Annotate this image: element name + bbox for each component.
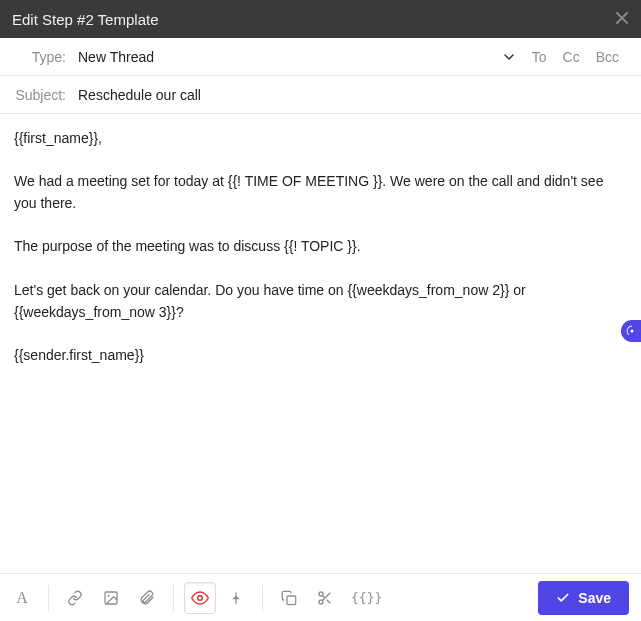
subject-row: Subject: Reschedule our call	[0, 76, 641, 114]
eye-icon	[191, 589, 209, 607]
toolbar-separator	[262, 585, 263, 611]
type-label: Type:	[14, 49, 78, 65]
bcc-button[interactable]: Bcc	[588, 49, 627, 65]
help-badge[interactable]	[621, 320, 641, 342]
svg-point-1	[108, 594, 110, 596]
editor-toolbar: A {{}} Save	[0, 573, 641, 621]
help-icon	[626, 325, 638, 337]
copy-button[interactable]	[273, 582, 305, 614]
paperclip-icon	[139, 590, 155, 606]
svg-point-2	[198, 595, 203, 600]
toolbar-separator	[173, 585, 174, 611]
dialog-title: Edit Step #2 Template	[12, 11, 158, 28]
type-row: Type: New Thread To Cc Bcc	[0, 38, 641, 76]
to-button[interactable]: To	[524, 49, 555, 65]
toolbar-separator	[48, 585, 49, 611]
preview-button[interactable]	[184, 582, 216, 614]
font-style-button[interactable]: A	[6, 582, 38, 614]
svg-point-6	[631, 330, 634, 333]
image-icon	[103, 590, 119, 606]
svg-point-5	[319, 600, 323, 604]
link-icon	[67, 590, 83, 606]
braces-icon: {{}}	[351, 590, 382, 605]
titlebar: Edit Step #2 Template	[0, 0, 641, 38]
image-button[interactable]	[95, 582, 127, 614]
chevron-down-icon[interactable]	[494, 49, 524, 65]
body-editor[interactable]: {{first_name}}, We had a meeting set for…	[0, 114, 641, 573]
check-icon	[556, 591, 570, 605]
svg-rect-3	[287, 596, 296, 605]
attachment-button[interactable]	[131, 582, 163, 614]
cc-button[interactable]: Cc	[555, 49, 588, 65]
pin-icon	[229, 591, 243, 605]
copy-icon	[281, 590, 297, 606]
cut-button[interactable]	[309, 582, 341, 614]
save-button-label: Save	[578, 590, 611, 606]
save-button[interactable]: Save	[538, 581, 629, 615]
svg-point-4	[319, 592, 323, 596]
close-icon[interactable]	[615, 11, 629, 28]
link-button[interactable]	[59, 582, 91, 614]
type-dropdown[interactable]: New Thread	[78, 49, 494, 65]
insert-token-button[interactable]: {{}}	[345, 582, 388, 614]
dialog-edit-template: Edit Step #2 Template Type: New Thread T…	[0, 0, 641, 621]
pin-button[interactable]	[220, 582, 252, 614]
font-icon: A	[16, 589, 28, 607]
subject-label: Subject:	[14, 87, 78, 103]
subject-input[interactable]: Reschedule our call	[78, 87, 627, 103]
scissors-icon	[317, 590, 333, 606]
